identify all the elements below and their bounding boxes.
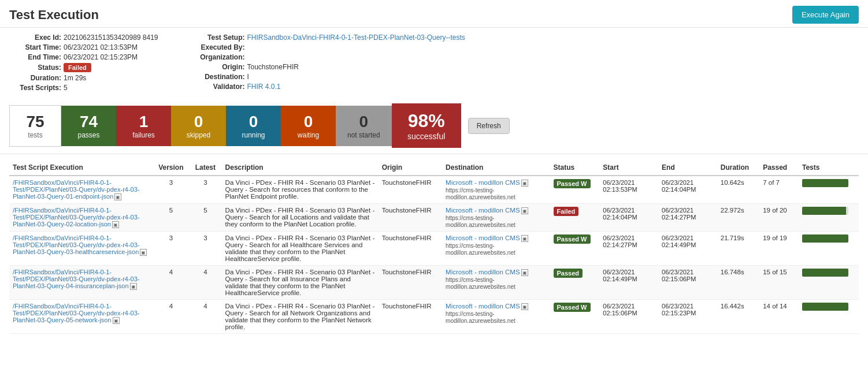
end-date: 06/23/2021 [662,179,714,186]
stat-percent: 98% successful [392,103,461,148]
running-label: running [238,131,269,139]
description-cell: Da Vinci - PDex - FHIR R4 - Scenario 03 … [222,300,379,334]
duration-cell: 22.972s [717,204,759,232]
start-date: 06/23/2021 [603,179,655,186]
status-cell: Passed W [550,176,600,204]
destination-link[interactable]: Microsoft - modillon CMS▣ [446,207,528,214]
version-cell: 3 [153,232,190,266]
passed-cell: 19 of 19 [759,232,799,266]
passed-cell: 19 of 20 [759,204,799,232]
header-origin: Origin [379,160,442,176]
end-time: 02:14:49PM [662,241,714,248]
start-time: 02:15:06PM [603,310,655,316]
destination-link[interactable]: Microsoft - modillon CMS▣ [446,269,528,275]
failures-label: failures [128,131,159,139]
script-cell: /FHIRSandbox/DaVinci/FHIR4-0-1-Test/PDEX… [9,300,153,334]
destination-link[interactable]: Microsoft - modillon CMS▣ [446,234,528,241]
exec-id-row: Exec Id: 20210623151353420989 8419 [9,33,158,42]
running-num: 0 [238,113,269,131]
origin-cell: TouchstoneFHIR [379,266,442,300]
validator-row: Validator: FHIR 4.0.1 [193,83,465,91]
start-time-row: Start Time: 06/23/2021 02:13:53PM [9,43,158,51]
waiting-num: 0 [292,113,324,131]
total-num: 75 [21,113,49,131]
dest-copy-icon[interactable]: ▣ [521,269,528,276]
destination-cell: Microsoft - modillon CMS▣ https://cms-te… [442,176,550,204]
table-row: /FHIRSandbox/DaVinci/FHIR4-0-1-Test/PDEX… [9,232,859,266]
header-status: Status [550,160,600,176]
tests-cell [799,300,859,334]
start-time-label: Start Time: [9,43,61,51]
end-time-row: End Time: 06/23/2021 02:15:23PM [9,53,158,61]
destination-link[interactable]: Microsoft - modillon CMS▣ [446,179,528,186]
end-date: 06/23/2021 [662,303,714,310]
start-date: 06/23/2021 [603,269,655,275]
header-destination: Destination [442,160,550,176]
execute-again-button[interactable]: Execute Again [792,6,859,24]
exec-id-label: Exec Id: [9,33,61,42]
end-date: 06/23/2021 [662,207,714,214]
test-scripts-value: 5 [64,84,68,92]
destination-link[interactable]: Microsoft - modillon CMS▣ [446,303,528,310]
destination-cell: Microsoft - modillon CMS▣ https://cms-te… [442,266,550,300]
copy-icon[interactable]: ▣ [140,249,147,256]
test-setup-link[interactable]: FHIRSandbox-DaVinci-FHIR4-0-1-Test-PDEX-… [247,33,465,42]
description-cell: Da Vinci - PDex - FHIR R4 - Scenario 03 … [222,232,379,266]
start-cell: 06/23/2021 02:14:27PM [599,232,658,266]
script-cell: /FHIRSandbox/DaVinci/FHIR4-0-1-Test/PDEX… [9,204,153,232]
dest-copy-icon[interactable]: ▣ [521,180,528,187]
status-row: Status: Failed [9,63,158,72]
tests-cell [799,176,859,204]
end-cell: 06/23/2021 02:14:27PM [658,204,717,232]
copy-icon[interactable]: ▣ [130,283,137,290]
script-link[interactable]: /FHIRSandbox/DaVinci/FHIR4-0-1-Test/PDEX… [13,303,139,323]
validator-link[interactable]: FHIR 4.0.1 [247,83,281,91]
script-link[interactable]: /FHIRSandbox/DaVinci/FHIR4-0-1-Test/PDEX… [13,234,147,255]
progress-fill [802,269,848,277]
destination-value: I [247,73,249,81]
script-link[interactable]: /FHIRSandbox/DaVinci/FHIR4-0-1-Test/PDEX… [13,207,139,228]
skipped-label: skipped [183,131,214,139]
end-time: 02:15:06PM [662,275,714,282]
status-cell: Failed [550,204,600,232]
end-cell: 06/23/2021 02:15:23PM [658,300,717,334]
dest-copy-icon[interactable]: ▣ [521,207,528,214]
origin-value: TouchstoneFHIR [247,63,299,71]
progress-bar [802,303,848,311]
status-label: Status: [9,64,61,72]
duration-cell: 16.748s [717,266,759,300]
copy-icon[interactable]: ▣ [112,221,119,228]
script-link[interactable]: /FHIRSandbox/DaVinci/FHIR4-0-1-Test/PDEX… [13,269,139,289]
latest-cell: 4 [189,266,221,300]
script-link[interactable]: /FHIRSandbox/DaVinci/FHIR4-0-1-Test/PDEX… [13,179,139,200]
header-start: Start [599,160,658,176]
origin-cell: TouchstoneFHIR [379,204,442,232]
stats-section: 75 tests 74 passes 1 failures 0 skipped … [0,98,868,154]
origin-cell: TouchstoneFHIR [379,176,442,204]
description-cell: Da Vinci - PDex - FHIR R4 - Scenario 03 … [222,266,379,300]
status-badge: Passed W [554,303,591,312]
copy-icon[interactable]: ▣ [114,193,121,200]
start-cell: 06/23/2021 02:14:04PM [599,204,658,232]
end-time-label: End Time: [9,53,61,61]
progress-bar [802,234,848,243]
header-duration: Duration [717,160,759,176]
start-date: 06/23/2021 [603,234,655,241]
latest-cell: 3 [189,176,221,204]
dest-copy-icon[interactable]: ▣ [521,303,528,310]
end-time: 02:14:04PM [662,186,714,193]
page-title: Test Execution [9,8,99,23]
refresh-button[interactable]: Refresh [468,118,510,134]
status-cell: Passed W [550,300,600,334]
end-time: 02:15:23PM [662,310,714,316]
latest-cell: 5 [189,204,221,232]
version-cell: 4 [153,266,190,300]
start-time: 02:14:04PM [603,214,655,221]
script-cell: /FHIRSandbox/DaVinci/FHIR4-0-1-Test/PDEX… [9,232,153,266]
stat-failures: 1 failures [116,106,171,146]
dest-copy-icon[interactable]: ▣ [521,235,528,242]
copy-icon[interactable]: ▣ [113,317,120,324]
start-time: 02:14:49PM [603,275,655,282]
header-end: End [658,160,717,176]
duration-label: Duration: [9,74,61,82]
